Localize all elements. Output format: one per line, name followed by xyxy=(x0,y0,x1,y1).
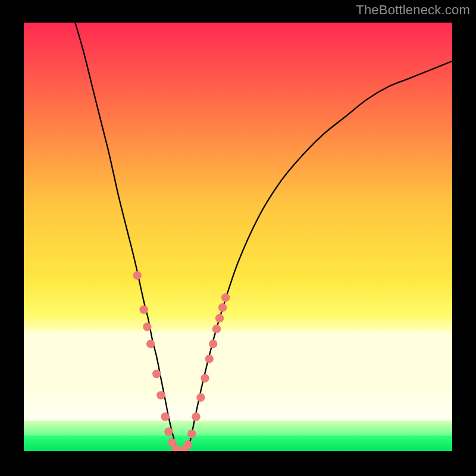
chart-frame: TheBottleneck.com xyxy=(0,0,476,476)
watermark-text: TheBottleneck.com xyxy=(356,2,470,18)
marker-dot xyxy=(218,303,227,312)
marker-dot xyxy=(201,374,209,382)
curve-layer xyxy=(24,23,452,451)
marker-dot xyxy=(187,430,196,438)
marker-dot xyxy=(156,391,165,399)
marker-dot xyxy=(161,412,169,421)
marker-dot xyxy=(143,322,151,331)
marker-dot xyxy=(215,314,224,322)
marker-dot xyxy=(152,369,161,378)
marker-dot xyxy=(146,340,155,348)
marker-dot xyxy=(133,271,142,280)
marker-dot xyxy=(192,412,200,421)
marker-dot xyxy=(139,305,148,314)
marker-dot xyxy=(209,340,217,348)
plot-area xyxy=(24,23,452,451)
highlighted-points xyxy=(133,271,230,451)
marker-dot xyxy=(184,440,192,449)
marker-dot xyxy=(164,427,173,436)
marker-dot xyxy=(205,355,214,363)
bottleneck-curve xyxy=(75,23,452,451)
marker-dot xyxy=(196,393,205,402)
marker-dot xyxy=(212,325,221,333)
marker-dot xyxy=(221,293,230,302)
